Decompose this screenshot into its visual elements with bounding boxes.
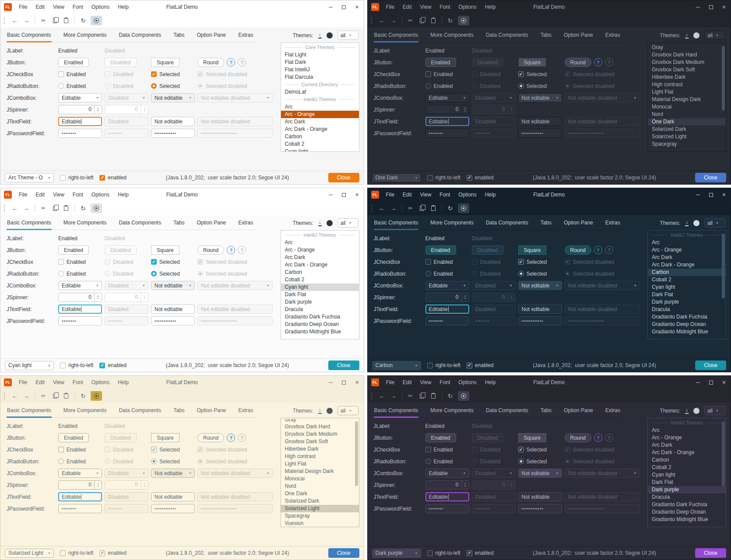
jtextfield-editable[interactable]: Editable	[425, 492, 469, 501]
forward-button[interactable]: →	[388, 15, 399, 26]
download-icon[interactable]: ↓	[685, 32, 689, 38]
paste-icon[interactable]	[428, 15, 439, 26]
jradiobutton-enabled[interactable]: Enabled	[425, 271, 453, 277]
right-to-left-checkbox[interactable]: right-to-left	[60, 362, 93, 368]
refresh-icon[interactable]: ↻	[78, 203, 88, 214]
show-hidden-eye-toggle[interactable]	[458, 391, 469, 401]
menu-help[interactable]: Help	[485, 192, 496, 198]
theme-list-item[interactable]: Gradianto Dark Fuchsia	[648, 313, 726, 321]
theme-list-scrollbar[interactable]	[722, 421, 725, 486]
tab-data-components[interactable]: Data Components	[118, 29, 162, 42]
jtextfield-editable[interactable]: Editable	[425, 117, 469, 126]
jcheckbox-enabled[interactable]: Enabled	[425, 259, 453, 265]
spinner-arrows[interactable]: ▲▼	[94, 293, 102, 301]
theme-list-scrollbar[interactable]	[722, 46, 725, 111]
forward-button[interactable]: →	[21, 203, 32, 214]
tab-data-components[interactable]: Data Components	[118, 404, 162, 417]
jcheckbox-selected[interactable]: ✓Selected	[518, 71, 547, 77]
theme-list-item[interactable]: Gruvbox Dark Medium	[648, 59, 726, 66]
minimize-button[interactable]	[324, 376, 337, 389]
jpasswordfield-editable[interactable]: ••••••••	[425, 129, 469, 138]
jradiobutton-selected[interactable]: Selected	[151, 271, 180, 277]
tab-more-components[interactable]: More Components	[430, 217, 474, 230]
refresh-icon[interactable]: ↻	[78, 15, 88, 26]
jcheckbox-enabled[interactable]: Enabled	[425, 71, 453, 77]
jcombobox-not-editable[interactable]: Not editable▼	[151, 93, 195, 102]
show-hidden-eye-toggle[interactable]	[458, 203, 469, 213]
tab-tabs[interactable]: Tabs	[173, 217, 185, 230]
theme-list-item[interactable]: Carbon	[281, 133, 359, 140]
help-button[interactable]: ?	[594, 58, 602, 66]
spinner-arrows[interactable]: ▲▼	[461, 105, 469, 114]
tab-basic-components[interactable]: Basic Components	[7, 29, 52, 42]
cut-icon[interactable]: ✂	[405, 203, 416, 214]
back-button[interactable]: ←	[377, 203, 387, 214]
close-button[interactable]: Close	[695, 360, 726, 370]
tab-tabs[interactable]: Tabs	[540, 217, 552, 230]
jtextfield-not-editable[interactable]: Not editable	[151, 117, 195, 126]
jradiobutton-enabled[interactable]: Enabled	[425, 458, 453, 465]
theme-list-item[interactable]: Cyan light	[648, 471, 726, 479]
jcheckbox-selected[interactable]: ✓Selected	[151, 259, 180, 265]
spinner-down-icon[interactable]: ▼	[97, 485, 99, 487]
tab-extras[interactable]: Extras	[605, 404, 621, 417]
tab-data-components[interactable]: Data Components	[118, 217, 162, 230]
maximize-button[interactable]	[337, 0, 351, 14]
menu-view[interactable]: View	[53, 4, 64, 10]
copy-icon[interactable]	[417, 15, 427, 26]
theme-list-item[interactable]: Cobalt 2	[648, 464, 726, 471]
close-button[interactable]: Close	[695, 173, 726, 182]
back-button[interactable]: ←	[377, 391, 387, 401]
jbutton-square[interactable]: Square	[518, 245, 547, 255]
jpasswordfield-editable[interactable]: ••••••••	[58, 504, 102, 513]
copy-icon[interactable]	[49, 391, 60, 401]
toolbar-grip[interactable]	[371, 205, 373, 212]
theme-list-item[interactable]: Dark Flat	[648, 291, 726, 298]
maximize-button[interactable]	[704, 376, 717, 389]
theme-list-item[interactable]: Gray	[648, 44, 726, 51]
status-theme-select[interactable]: One Dark ▼	[372, 173, 421, 182]
tab-option-pane[interactable]: Option Pane	[563, 29, 594, 42]
jtextfield-not-editable[interactable]: Not editable	[518, 492, 562, 501]
status-theme-select[interactable]: Dark purple ▼	[372, 549, 421, 558]
menu-file[interactable]: File	[386, 192, 394, 198]
jtextfield-not-editable[interactable]: Not editable	[518, 117, 562, 126]
jradiobutton-selected[interactable]: Selected	[518, 458, 547, 465]
theme-list-item[interactable]: Gradianto Dark Fuchsia	[648, 501, 726, 508]
help-button[interactable]: ?	[594, 246, 602, 254]
theme-list-item[interactable]: Monocai	[281, 475, 359, 483]
theme-list-item[interactable]: Light Flat	[281, 460, 359, 468]
menu-help[interactable]: Help	[118, 379, 129, 385]
refresh-icon[interactable]: ↻	[445, 15, 456, 26]
jpasswordfield-not-editable[interactable]: ••••••••••••	[518, 504, 562, 513]
jpasswordfield-editable[interactable]: ••••••••	[425, 504, 469, 513]
download-icon[interactable]: ↓	[318, 220, 322, 226]
download-icon[interactable]: ↓	[685, 220, 689, 226]
theme-list-item[interactable]: Solarized Light	[281, 505, 359, 512]
jbutton-enabled[interactable]: Enabled	[425, 58, 456, 67]
jspinner-enabled[interactable]: 0▲▼	[425, 293, 469, 302]
jcombobox-not-editable[interactable]: Not editable▼	[518, 281, 562, 290]
menu-file[interactable]: File	[19, 4, 27, 10]
enabled-checkbox[interactable]: ✓enabled	[467, 362, 494, 368]
close-window-button[interactable]: ×	[717, 188, 731, 201]
theme-list-item[interactable]: Dark Flat	[281, 291, 359, 298]
theme-list-item[interactable]: Solarized Dark	[281, 497, 359, 505]
status-theme-select[interactable]: Cyan light ▼	[5, 361, 54, 370]
enabled-checkbox[interactable]: ✓enabled	[99, 362, 127, 368]
theme-list-item[interactable]: Cyan light	[281, 284, 359, 291]
theme-list-item[interactable]: Arc Dark - Orange	[648, 261, 726, 269]
maximize-button[interactable]	[337, 188, 351, 201]
forward-button[interactable]: →	[388, 203, 399, 214]
jtextfield-not-editable[interactable]: Not editable	[151, 492, 195, 501]
help-button[interactable]: ?	[227, 246, 235, 254]
close-window-button[interactable]: ×	[351, 188, 364, 201]
status-theme-select[interactable]: Solarized Light ▼	[5, 549, 54, 558]
tab-extras[interactable]: Extras	[605, 29, 621, 42]
theme-list-item[interactable]: Gray	[281, 419, 359, 423]
theme-list-item[interactable]: Gradianto Midnight Blue	[281, 328, 359, 336]
jradiobutton-enabled[interactable]: Enabled	[58, 458, 86, 465]
menu-edit[interactable]: Edit	[403, 4, 412, 10]
jcombobox-not-editable[interactable]: Not editable▼	[518, 469, 562, 478]
theme-list-item[interactable]: Cobalt 2	[281, 276, 359, 284]
